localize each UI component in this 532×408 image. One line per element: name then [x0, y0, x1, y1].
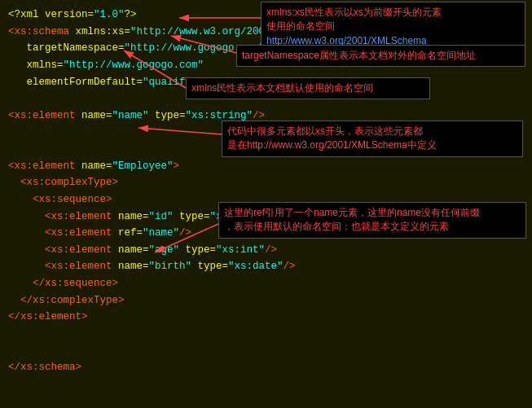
xml-line-age: <xs:element name="age" type="xs:int"/> — [8, 242, 261, 259]
xml-line-employee: <xs:element name="Employee"> — [8, 158, 261, 175]
main-container: <?xml version="1.0"?> <xs:schema xmlns:x… — [0, 0, 532, 408]
annotation-ref: 这里的ref引用了一个name元素，这里的name没有任何前缀，表示使用默认的命… — [218, 202, 526, 239]
xml-line-end-sequence: </xs:sequence> — [8, 275, 261, 292]
xml-line-end-schema: </xs:schema> — [8, 359, 261, 376]
xml-line-birth: <xs:element name="birth" type="xs:date"/… — [8, 258, 261, 275]
annotation-xs-prefix: 代码中很多元素都以xs开头，表示这些元素都是在http://www.w3.org… — [222, 121, 523, 157]
ann5-text: 这里的ref引用了一个name元素，这里的name没有任何前缀，表示使用默认的命… — [224, 207, 480, 232]
annotation-xmlns: xmlns民性表示本文档默认使用的命名空间 — [186, 77, 430, 99]
xml-line-schema: <xs:schema xmlns:xs="http://www.w3.org/2… — [8, 24, 261, 41]
xml-line-blank5 — [8, 343, 261, 360]
ann4-text: 代码中很多元素都以xs开头，表示这些元素都是在http://www.w3.org… — [227, 125, 437, 151]
annotation-targetns: targetNamespace属性表示本文档对外的命名空间地址 — [236, 45, 525, 67]
xml-line-end-complextype: </xs:complexType> — [8, 292, 261, 309]
xml-declaration: <?xml version="1.0"?> — [8, 7, 261, 24]
xml-line-xmlns: xmlns="http://www.gogogo.com" — [8, 57, 261, 74]
ann1-text1: xmlns:xs民性表示以xs为前缀开头的元素使用的命名空间 — [266, 7, 442, 32]
xml-line-complextype: <xs:complexType> — [8, 174, 261, 191]
xml-line-targetns: targetNamespace="http://www.gogogo.com" — [8, 40, 261, 57]
xml-line-blank4 — [8, 326, 261, 343]
ann3-text: xmlns民性表示本文档默认使用的命名空间 — [191, 82, 373, 94]
ann2-text: targetNamespace属性表示本文档对外的命名空间地址 — [242, 50, 476, 61]
xml-line-end-element: </xs:element> — [8, 309, 261, 326]
xml-code-area: <?xml version="1.0"?> <xs:schema xmlns:x… — [0, 0, 269, 383]
